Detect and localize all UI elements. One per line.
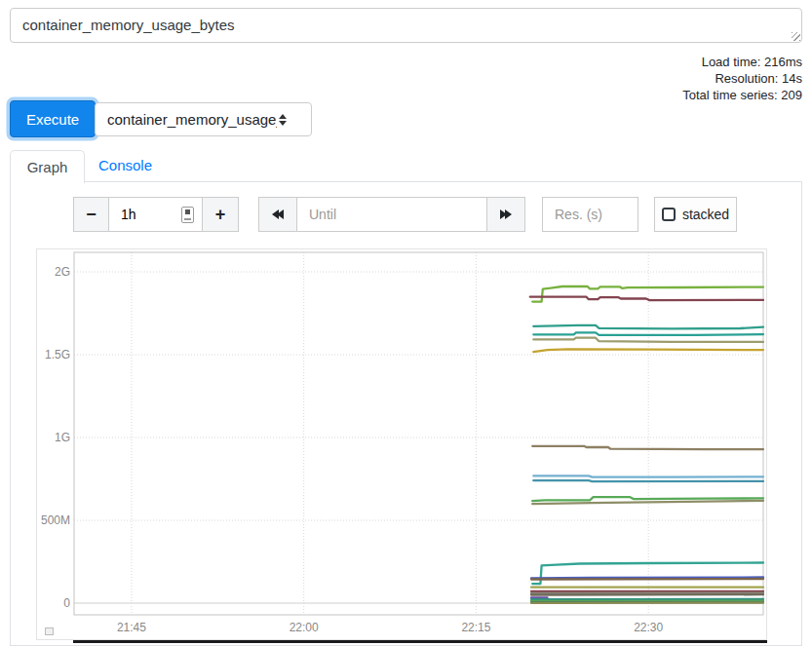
tab-console[interactable]: Console — [98, 157, 152, 173]
execute-button[interactable]: Execute — [10, 100, 96, 137]
back-time-button[interactable] — [258, 197, 297, 232]
legend-top-bar — [73, 640, 767, 643]
resolution-input[interactable] — [542, 197, 638, 232]
number-stepper-icon[interactable] — [181, 207, 194, 223]
tab-console-label: Console — [98, 157, 152, 173]
decrease-range-button[interactable]: − — [73, 197, 109, 232]
y-tick-label: 1G — [37, 431, 70, 444]
query-input[interactable]: container_memory_usage_bytes — [10, 8, 802, 43]
y-tick-label: 1.5G — [37, 348, 70, 361]
graph-svg — [37, 249, 768, 641]
series-line[interactable] — [531, 579, 763, 580]
series-line[interactable] — [533, 349, 763, 352]
query-stats: Load time: 216ms Resolution: 14s Total t… — [682, 54, 802, 103]
y-tick-label: 0 — [37, 596, 70, 610]
x-tick-label: 22:30 — [621, 621, 676, 634]
series-line[interactable] — [532, 563, 763, 585]
y-tick-label: 2G — [37, 265, 70, 279]
x-tick-label: 22:15 — [448, 621, 503, 634]
stacked-toggle[interactable]: stacked — [654, 197, 737, 232]
series-line[interactable] — [533, 480, 763, 481]
x-tick-label: 22:00 — [277, 621, 331, 634]
range-input-wrap — [108, 197, 203, 232]
tab-graph[interactable]: Graph — [10, 150, 85, 183]
tab-graph-label: Graph — [27, 159, 68, 175]
increase-range-button[interactable]: + — [202, 197, 239, 232]
chart-resize-grip[interactable] — [45, 627, 54, 635]
select-updown-icon — [279, 114, 287, 126]
duration-control: − + — [73, 197, 239, 232]
y-tick-label: 500M — [37, 513, 70, 527]
plot-border — [74, 252, 763, 615]
load-time: Load time: 216ms — [682, 54, 802, 70]
series-line[interactable] — [530, 297, 763, 300]
x-tick-label: 21:45 — [104, 621, 159, 634]
until-control — [258, 197, 525, 232]
series-line[interactable] — [533, 332, 763, 335]
textarea-resize-grip-icon[interactable] — [792, 32, 800, 41]
metric-select-value: container_memory_usage_bytes — [96, 111, 277, 128]
until-input[interactable] — [296, 197, 487, 232]
range-input[interactable] — [109, 207, 168, 222]
metric-select[interactable]: container_memory_usage_bytes — [95, 102, 312, 136]
total-time-series: Total time series: 209 — [682, 87, 802, 103]
series-line[interactable] — [533, 338, 763, 342]
chart-area[interactable]: 0500M1G1.5G2G21:4522:0022:1522:30 — [36, 248, 767, 640]
forward-time-button[interactable] — [486, 197, 525, 232]
series-line[interactable] — [533, 475, 763, 476]
stacked-checkbox-icon[interactable] — [662, 208, 676, 221]
stacked-label: stacked — [682, 207, 729, 222]
series-line[interactable] — [532, 446, 763, 449]
resolution: Resolution: 14s — [682, 70, 802, 87]
